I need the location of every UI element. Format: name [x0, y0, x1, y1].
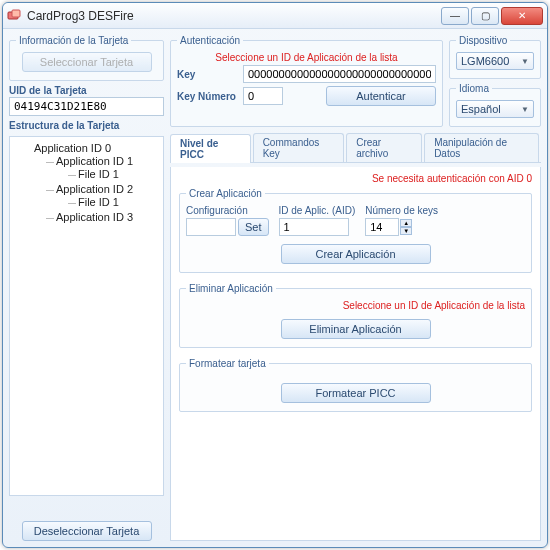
create-app-row: Configuración Set ID de Aplic. (AID) Núm… [186, 205, 525, 236]
minimize-button[interactable]: — [441, 7, 469, 25]
config-cell: Configuración Set [186, 205, 269, 236]
delete-app-warning: Seleccione un ID de Aplicación de la lis… [186, 300, 525, 311]
tree-node[interactable]: Application ID 0 Application ID 1 File I… [24, 141, 161, 225]
create-app-button[interactable]: Crear Aplicación [281, 244, 431, 264]
tree-node[interactable]: File ID 1 [68, 167, 161, 181]
language-value: Español [461, 103, 501, 115]
delete-app-legend: Eliminar Aplicación [186, 283, 276, 294]
stepper-buttons: ▲ ▼ [400, 219, 412, 235]
tree-node[interactable]: Application ID 3 [46, 210, 161, 224]
aid-field[interactable] [279, 218, 349, 236]
language-select[interactable]: Español ▼ [456, 100, 534, 118]
card-structure-tree[interactable]: Application ID 0 Application ID 1 File I… [9, 136, 164, 496]
tab-picc-level[interactable]: Nivel de PICC [170, 134, 251, 163]
language-legend: Idioma [456, 83, 492, 94]
numkeys-stepper[interactable]: ▲ ▼ [365, 218, 438, 236]
structure-label: Estructura de la Tarjeta [9, 120, 164, 131]
device-value: LGM6600 [461, 55, 509, 67]
key-field[interactable] [243, 65, 436, 83]
aid-label: ID de Aplic. (AID) [279, 205, 356, 216]
numkeys-cell: Número de keys ▲ ▼ [365, 205, 438, 236]
device-group: Dispositivo LGM6600 ▼ [449, 35, 541, 79]
config-label: Configuración [186, 205, 269, 216]
maximize-button[interactable]: ▢ [471, 7, 499, 25]
uid-label: UID de la Tarjeta [9, 85, 164, 96]
tree-node[interactable]: Application ID 1 File ID 1 [46, 154, 161, 182]
auth-legend: Autenticación [177, 35, 243, 46]
config-field[interactable] [186, 218, 236, 236]
chevron-down-icon: ▼ [521, 105, 529, 114]
aid-cell: ID de Aplic. (AID) [279, 205, 356, 236]
tab-data-manipulation[interactable]: Manipulación de Datos [424, 133, 539, 162]
right-column: Autenticación Seleccione un ID de Aplica… [170, 35, 541, 541]
create-app-group: Crear Aplicación Configuración Set ID de… [179, 188, 532, 273]
tab-create-file[interactable]: Crear archivo [346, 133, 422, 162]
create-app-legend: Crear Aplicación [186, 188, 265, 199]
format-card-group: Formatear tarjeta Formatear PICC [179, 358, 532, 412]
language-group: Idioma Español ▼ [449, 83, 541, 127]
auth-group: Autenticación Seleccione un ID de Aplica… [170, 35, 443, 127]
tab-bar: Nivel de PICC Commandos Key Crear archiv… [170, 133, 541, 163]
card-info-group: Información de la Tarjeta Seleccionar Ta… [9, 35, 164, 81]
authenticate-button[interactable]: Autenticar [326, 86, 436, 106]
close-button[interactable]: ✕ [501, 7, 543, 25]
left-bottom: Deseleccionar Tarjeta [9, 521, 164, 541]
keynum-label: Key Número [177, 91, 239, 102]
tree-node[interactable]: File ID 1 [68, 195, 161, 209]
device-panel: Dispositivo LGM6600 ▼ Idioma Español ▼ [449, 35, 541, 127]
svg-rect-1 [12, 10, 20, 17]
uid-block: UID de la Tarjeta [9, 85, 164, 116]
titlebar[interactable]: CardProg3 DESFire — ▢ ✕ [3, 3, 547, 29]
format-card-legend: Formatear tarjeta [186, 358, 269, 369]
chevron-down-icon: ▼ [521, 57, 529, 66]
tab-key-commands[interactable]: Commandos Key [253, 133, 345, 162]
keynum-row: Key Número Autenticar [177, 86, 436, 106]
card-info-legend: Información de la Tarjeta [16, 35, 131, 46]
window-title: CardProg3 DESFire [27, 9, 439, 23]
step-down-icon[interactable]: ▼ [400, 227, 412, 235]
numkeys-field[interactable] [365, 218, 399, 236]
key-label: Key [177, 69, 239, 80]
deselect-card-button[interactable]: Deseleccionar Tarjeta [22, 521, 152, 541]
auth-warning: Seleccione un ID de Aplicación de la lis… [177, 52, 436, 63]
app-window: CardProg3 DESFire — ▢ ✕ Información de l… [2, 2, 548, 548]
content: Información de la Tarjeta Seleccionar Ta… [3, 29, 547, 547]
delete-app-group: Eliminar Aplicación Seleccione un ID de … [179, 283, 532, 348]
keynum-field[interactable] [243, 87, 283, 105]
format-picc-button[interactable]: Formatear PICC [281, 383, 431, 403]
delete-app-button[interactable]: Eliminar Aplicación [281, 319, 431, 339]
device-legend: Dispositivo [456, 35, 510, 46]
device-select[interactable]: LGM6600 ▼ [456, 52, 534, 70]
app-icon [7, 9, 21, 23]
key-row: Key [177, 65, 436, 83]
window-buttons: — ▢ ✕ [439, 7, 543, 25]
set-button[interactable]: Set [238, 218, 269, 236]
numkeys-label: Número de keys [365, 205, 438, 216]
top-right-row: Autenticación Seleccione un ID de Aplica… [170, 35, 541, 127]
uid-field[interactable] [9, 97, 164, 116]
tree-node[interactable]: Application ID 2 File ID 1 [46, 182, 161, 210]
left-column: Información de la Tarjeta Seleccionar Ta… [9, 35, 164, 541]
step-up-icon[interactable]: ▲ [400, 219, 412, 227]
tab-content: Se necesita autenticación con AID 0 Crea… [170, 167, 541, 541]
select-card-button[interactable]: Seleccionar Tarjeta [22, 52, 152, 72]
picc-auth-warning: Se necesita autenticación con AID 0 [179, 173, 532, 184]
